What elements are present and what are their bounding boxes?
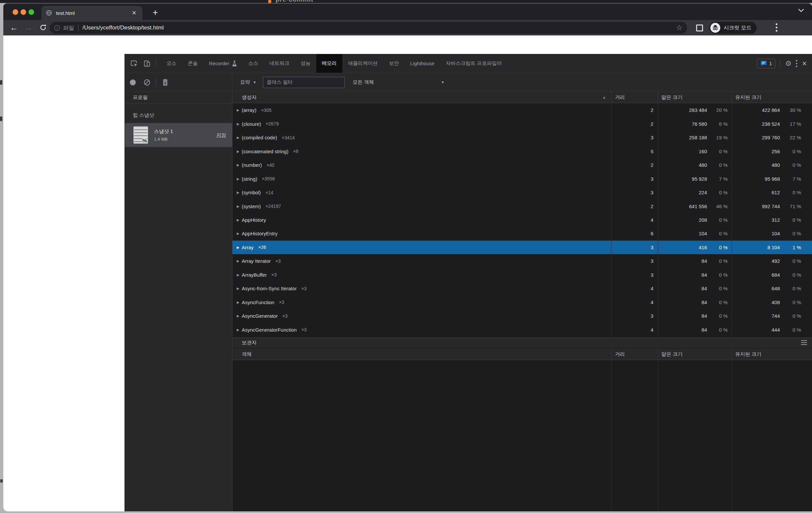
expand-arrow-icon[interactable]: ▶	[237, 191, 242, 194]
column-header-shallow-size[interactable]: 얕은 크기	[658, 92, 731, 103]
constructor-row[interactable]: ▶ (system) ×24197 2 641 55646 % 992 7447…	[232, 199, 812, 213]
browser-menu-icon[interactable]	[776, 23, 778, 32]
column-header-retained-size[interactable]: 유지된 크기	[731, 92, 812, 103]
traffic-light-zoom[interactable]	[28, 9, 34, 15]
object-filter-select[interactable]: 모든 객체	[353, 79, 374, 85]
constructor-row[interactable]: ▶ (string) ×3556 3 95 9287 % 95 9687 %	[232, 172, 812, 185]
constructor-row[interactable]: ▶ AppHistory 4 2080 % 3120 %	[232, 213, 812, 227]
instance-count: ×3556	[262, 176, 275, 181]
expand-arrow-icon[interactable]: ▶	[237, 301, 242, 304]
record-snapshot-button[interactable]	[130, 80, 136, 85]
settings-gear-icon[interactable]: ⚙	[785, 60, 791, 67]
column-header-object[interactable]: 객체	[232, 349, 611, 360]
column-header-constructor[interactable]: 생성자 ▲	[232, 92, 611, 103]
constructor-row[interactable]: ▶ (symbol) ×14 3 2240 % 6120 %	[232, 186, 812, 199]
expand-arrow-icon[interactable]: ▶	[237, 122, 242, 126]
retained-size-percent: 1 %	[780, 245, 801, 250]
devtools-menu-icon[interactable]	[796, 60, 798, 67]
devtools-tab-7[interactable]: 메모리	[316, 54, 342, 73]
column-header-distance[interactable]: 거리	[611, 349, 658, 360]
class-filter-input[interactable]: 클래스 필터	[263, 77, 345, 88]
url-text[interactable]: /Users/yceffort/Desktop/test.html	[83, 25, 673, 31]
devtools-tab-11[interactable]: 자바스크립트 프로파일러	[440, 54, 508, 73]
constructor-name: Array Iterator	[242, 258, 271, 264]
expand-arrow-icon[interactable]: ▶	[237, 136, 242, 139]
snapshot-save-link[interactable]: 저장	[216, 132, 226, 138]
expand-arrow-icon[interactable]: ▶	[237, 163, 242, 167]
devtools-tab-1[interactable]: 요소	[161, 54, 182, 73]
devtools-tab-3[interactable]: Recorder	[203, 54, 243, 73]
expand-arrow-icon[interactable]: ▶	[237, 286, 242, 290]
clear-profiles-icon[interactable]	[143, 78, 151, 87]
address-bar[interactable]: i 파일 /Users/yceffort/Desktop/test.html ☆	[50, 22, 687, 34]
delete-trash-icon[interactable]	[161, 78, 170, 87]
constructor-row[interactable]: ▶ AsyncGenerator ×3 3 840 % 7440 %	[232, 309, 812, 323]
retainers-header: 객체 거리 얕은 크기 유지된 크기	[232, 349, 812, 360]
devtools-tab-6[interactable]: 성능	[295, 54, 316, 73]
expand-arrow-icon[interactable]: ▶	[237, 218, 242, 222]
constructor-row[interactable]: ▶ (closure) ×2679 2 76 5806 % 238 52417 …	[232, 117, 812, 130]
column-header-distance[interactable]: 거리	[611, 92, 658, 103]
forward-button[interactable]: →	[23, 22, 34, 33]
issues-counter[interactable]: 1	[757, 59, 775, 68]
shallow-size-percent: 7 %	[707, 176, 728, 182]
profiles-sidebar: 프로필 힙 스냅샷 % 스냅샷 1 1.4 MB 저장	[125, 92, 232, 511]
expand-arrow-icon[interactable]: ▶	[237, 232, 242, 235]
column-header-retained-size[interactable]: 유지된 크기	[731, 349, 812, 360]
constructor-row[interactable]: ▶ Array ×26 3 4160 % 8 1041 %	[232, 241, 812, 254]
expand-arrow-icon[interactable]: ▶	[237, 246, 242, 249]
devtools-tab-4[interactable]: 소스	[243, 54, 264, 73]
constructor-row[interactable]: ▶ Async-from-Sync Iterator ×3 4 840 % 64…	[232, 282, 812, 295]
expand-arrow-icon[interactable]: ▶	[237, 150, 242, 153]
devtools-tab-label: 보안	[389, 60, 399, 66]
devtools-tab-8[interactable]: 애플리케이션	[342, 54, 383, 73]
devtools-tab-label: 네트워크	[269, 60, 289, 66]
constructor-row[interactable]: ▶ Array Iterator ×3 3 840 % 4920 %	[232, 254, 812, 268]
devtools-tab-9[interactable]: 보안	[383, 54, 405, 73]
distance-value: 4	[651, 285, 654, 291]
expand-arrow-icon[interactable]: ▶	[237, 273, 242, 277]
new-tab-button[interactable]: +	[150, 7, 161, 18]
retained-size-value: 992 744	[762, 204, 780, 209]
back-button[interactable]: ←	[8, 22, 20, 33]
devtools-tab-10[interactable]: Lighthouse	[405, 54, 440, 73]
expand-arrow-icon[interactable]: ▶	[237, 314, 242, 318]
devtools-close-icon[interactable]: ×	[802, 60, 807, 67]
bookmark-star-icon[interactable]: ☆	[676, 24, 683, 32]
constructor-row[interactable]: ▶ AppHistoryEntry 6 1040 % 1040 %	[232, 227, 812, 240]
device-toolbar-icon[interactable]	[143, 59, 151, 68]
constructor-row[interactable]: ▶ (array) ×305 2 283 48420 % 422 86430 %	[232, 103, 812, 117]
column-header-shallow-size[interactable]: 얕은 크기	[658, 349, 731, 360]
constructor-row[interactable]: ▶ (concatenated string) ×8 5 1600 % 2560…	[232, 144, 812, 158]
site-info-icon[interactable]: i	[54, 25, 60, 31]
side-panel-icon[interactable]	[696, 25, 703, 31]
devtools-tab-5[interactable]: 네트워크	[264, 54, 295, 73]
retained-size-percent: 71 %	[780, 204, 801, 209]
constructor-row[interactable]: ▶ (compiled code) ×3414 3 258 18819 % 29…	[232, 131, 812, 144]
snapshot-item[interactable]: % 스냅샷 1 1.4 MB 저장	[125, 123, 232, 147]
expand-arrow-icon[interactable]: ▶	[237, 108, 242, 112]
expand-arrow-icon[interactable]: ▶	[237, 259, 242, 263]
inspect-element-icon[interactable]	[129, 59, 138, 68]
constructor-row[interactable]: ▶ AsyncGeneratorFunction ×3 4 840 % 4440…	[232, 323, 812, 337]
retainers-menu-icon[interactable]	[801, 340, 812, 345]
reload-button[interactable]	[37, 22, 49, 33]
background-window-icon	[268, 0, 271, 3]
expand-arrow-icon[interactable]: ▶	[237, 177, 242, 181]
retained-size-percent: 0 %	[780, 327, 801, 333]
expand-arrow-icon[interactable]: ▶	[237, 205, 242, 208]
retained-size-percent: 0 %	[780, 258, 801, 264]
distance-value: 3	[651, 135, 654, 140]
constructor-row[interactable]: ▶ AsyncFunction ×3 4 840 % 4080 %	[232, 296, 812, 309]
tab-close-icon[interactable]: ×	[130, 9, 138, 16]
perspective-select[interactable]: 요약	[240, 79, 250, 85]
traffic-light-minimize[interactable]	[21, 9, 26, 15]
devtools-tab-2[interactable]: 콘솔	[182, 54, 203, 73]
constructor-row[interactable]: ▶ ArrayBuffer ×3 3 840 % 6840 %	[232, 268, 812, 282]
tab-search-chevron-icon[interactable]	[798, 8, 805, 13]
expand-arrow-icon[interactable]: ▶	[237, 328, 242, 332]
browser-tab-test-html[interactable]: test.html ×	[41, 6, 142, 20]
constructor-name: AppHistoryEntry	[242, 231, 278, 236]
constructor-row[interactable]: ▶ (number) ×40 2 4800 % 4800 %	[232, 158, 812, 172]
traffic-light-close[interactable]	[12, 9, 18, 15]
